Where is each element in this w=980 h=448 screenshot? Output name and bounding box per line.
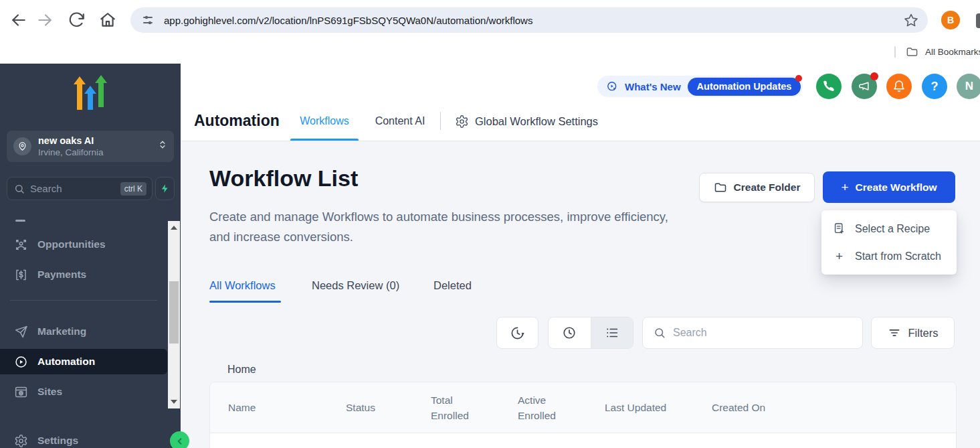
url-text[interactable]: app.gohighlevel.com/v2/location/lnPS691g…	[164, 15, 897, 26]
column-header-active-enrolled: Active Enrolled	[518, 382, 567, 433]
folder-icon	[906, 46, 918, 58]
history-button[interactable]	[496, 317, 538, 349]
filters-button[interactable]: Filters	[871, 317, 955, 349]
notifications-button[interactable]	[886, 74, 912, 99]
sidebar-scrollbar[interactable]	[168, 221, 180, 408]
user-avatar[interactable]: N	[957, 74, 980, 99]
sidebar: new oaks AI Irvine, California ctrl K	[0, 64, 181, 448]
menu-item-select-recipe[interactable]: Select a Recipe	[821, 215, 957, 242]
menu-item-label: Start from Scratch	[855, 250, 941, 263]
account-name: new oaks AI	[38, 135, 158, 147]
sidebar-item-payments[interactable]: Payments	[0, 263, 167, 287]
sidebar-item-opportunities[interactable]: Opportunities	[0, 232, 167, 256]
filters-label: Filters	[908, 327, 939, 340]
view-toggle	[548, 317, 633, 349]
sidebar-item-label: Automation	[37, 356, 95, 368]
create-workflow-dropdown: Select a Recipe + Start from Scratch	[821, 210, 957, 275]
table-header-row: Name Status Total Enrolled Active Enroll…	[210, 382, 956, 433]
scrollbar-thumb[interactable]	[169, 281, 179, 344]
sidebar-item-label: Payments	[37, 269, 86, 281]
phone-icon	[822, 80, 836, 93]
clock-icon	[562, 325, 577, 340]
plus-icon: +	[841, 181, 848, 194]
list-view-button[interactable]	[591, 317, 633, 348]
scroll-down-arrow[interactable]	[171, 400, 177, 404]
browser-forward-icon[interactable]	[36, 11, 54, 29]
column-header-total-enrolled: Total Enrolled	[431, 382, 480, 433]
workflow-search-input[interactable]	[673, 327, 852, 339]
partial-menu-item	[15, 220, 25, 222]
recent-view-button[interactable]	[549, 317, 591, 348]
history-icon	[510, 325, 525, 341]
bell-icon	[892, 80, 906, 93]
browser-home-icon[interactable]	[99, 11, 116, 29]
workflow-table: Name Status Total Enrolled Active Enroll…	[209, 382, 957, 448]
create-workflow-label: Create Workflow	[856, 181, 937, 194]
search-icon	[654, 327, 666, 339]
sidebar-item-automation[interactable]: Automation	[0, 349, 167, 374]
column-header-status: Status	[346, 382, 375, 433]
sidebar-search-input[interactable]	[30, 183, 120, 194]
account-location: Irvine, California	[38, 147, 158, 158]
table-body	[210, 433, 956, 448]
breadcrumb[interactable]: Home	[227, 364, 256, 376]
announcements-button[interactable]	[852, 74, 877, 99]
create-workflow-button[interactable]: + Create Workflow	[823, 171, 955, 203]
tab-deleted[interactable]: Deleted	[433, 279, 472, 292]
create-folder-label: Create Folder	[734, 181, 801, 194]
column-header-name: Name	[228, 382, 256, 433]
search-icon	[14, 183, 25, 194]
tab-workflows[interactable]: Workflows	[290, 115, 359, 127]
header-separator	[440, 112, 441, 130]
automation-icon	[14, 355, 28, 369]
browser-profile-avatar[interactable]: B	[941, 11, 960, 29]
opportunities-icon	[14, 238, 28, 252]
sidebar-item-sites[interactable]: Sites	[0, 380, 167, 404]
active-tab-underline	[209, 301, 281, 303]
scroll-up-arrow[interactable]	[171, 226, 177, 230]
sidebar-item-label: Opportunities	[37, 238, 106, 250]
gear-icon	[14, 434, 28, 448]
bookmark-star-icon[interactable]	[904, 13, 918, 27]
bookmarks-bar: All Bookmarks	[0, 40, 980, 64]
global-workflow-settings-label: Global Workflow Settings	[475, 115, 598, 128]
automation-updates-badge[interactable]: Automation Updates	[688, 78, 801, 96]
page-title: Automation	[194, 112, 280, 130]
all-bookmarks-button[interactable]: All Bookmarks	[925, 47, 980, 57]
whats-new-pill[interactable]: What's New Automation Updates	[597, 76, 803, 97]
phone-button[interactable]	[816, 74, 842, 99]
help-button[interactable]: ?	[922, 74, 947, 99]
global-workflow-settings-link[interactable]: Global Workflow Settings	[455, 115, 598, 129]
browser-back-icon[interactable]	[10, 11, 27, 29]
browser-refresh-icon[interactable]	[68, 11, 86, 29]
sites-icon	[14, 385, 28, 399]
tab-content-ai[interactable]: Content AI	[373, 115, 427, 127]
create-folder-button[interactable]: Create Folder	[699, 173, 815, 202]
account-switcher[interactable]: new oaks AI Irvine, California	[7, 131, 174, 162]
tab-all-workflows[interactable]: All Workflows	[209, 279, 276, 292]
sidebar-collapse-button[interactable]	[170, 431, 189, 448]
sidebar-item-label: Marketing	[37, 325, 86, 338]
tab-needs-review[interactable]: Needs Review (0)	[312, 279, 399, 292]
site-settings-icon[interactable]	[140, 12, 156, 28]
sidebar-item-settings[interactable]: Settings	[0, 429, 167, 448]
sidebar-divider	[10, 300, 157, 301]
recipe-file-plus-icon	[833, 222, 846, 235]
active-tab-underline	[290, 139, 359, 141]
section-title: Workflow List	[209, 165, 358, 192]
payments-icon	[14, 268, 28, 282]
sidebar-item-marketing[interactable]: Marketing	[0, 319, 167, 344]
gear-icon	[455, 115, 469, 129]
quick-actions-button[interactable]	[155, 177, 175, 200]
menu-item-label: Select a Recipe	[855, 223, 930, 235]
whats-new-icon	[606, 80, 619, 93]
workflow-search[interactable]	[642, 317, 863, 349]
sidebar-search[interactable]: ctrl K	[7, 177, 153, 200]
menu-item-start-from-scratch[interactable]: + Start from Scratch	[821, 242, 957, 270]
browser-menu-icon[interactable]	[976, 13, 980, 28]
browser-address-bar[interactable]: app.gohighlevel.com/v2/location/lnPS691g…	[130, 7, 928, 33]
bookmarks-separator	[894, 46, 896, 58]
page-header: What's New Automation Updates ? N Automa…	[181, 64, 980, 141]
notification-dot	[870, 72, 878, 80]
megaphone-icon	[858, 80, 871, 93]
